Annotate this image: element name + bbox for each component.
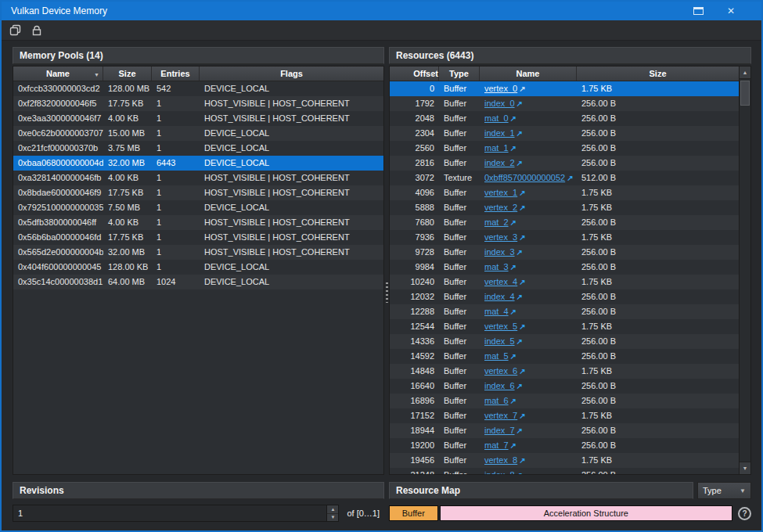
revision-input[interactable]: 1 — [13, 505, 326, 521]
resource-link[interactable]: vertex_3 — [484, 232, 517, 242]
external-link-icon[interactable]: ↗ — [519, 456, 525, 465]
resource-map-segment[interactable]: Buffer — [389, 505, 438, 521]
external-link-icon[interactable]: ↗ — [510, 263, 516, 271]
resource-row[interactable]: 18944 Buffer index_7↗ 256.00 B — [390, 423, 739, 438]
memory-pool-row[interactable]: 0xbaa068000000004d 32.00 MB 6443 DEVICE_… — [13, 156, 383, 171]
resource-link[interactable]: index_2 — [484, 158, 515, 167]
memory-pool-row[interactable]: 0xe0c62b0000003707 15.00 MB 1 DEVICE_LOC… — [13, 126, 383, 141]
resource-row[interactable]: 21248 Buffer index_8↗ 256.00 B — [390, 468, 739, 474]
resource-row[interactable]: 1792 Buffer index_0↗ 256.00 B — [390, 96, 739, 111]
scrollbar-track[interactable] — [740, 79, 750, 462]
resource-row[interactable]: 5888 Buffer vertex_2↗ 1.75 KB — [390, 200, 739, 215]
panel-splitter-handle[interactable] — [386, 282, 388, 303]
resource-row[interactable]: 14848 Buffer vertex_6↗ 1.75 KB — [390, 364, 739, 379]
column-header-size[interactable]: Size — [103, 66, 152, 81]
float-window-button[interactable] — [689, 2, 707, 20]
external-link-icon[interactable]: ↗ — [516, 159, 523, 167]
column-header-entries[interactable]: Entries — [152, 66, 200, 81]
resource-link[interactable]: index_1 — [484, 128, 515, 138]
resource-link[interactable]: vertex_8 — [484, 455, 517, 465]
external-link-icon[interactable]: ↗ — [516, 337, 523, 346]
external-link-icon[interactable]: ↗ — [510, 144, 516, 153]
external-link-icon[interactable]: ↗ — [519, 412, 525, 420]
column-header-type[interactable]: Type — [439, 66, 480, 81]
resource-row[interactable]: 9728 Buffer index_3↗ 256.00 B — [390, 245, 739, 260]
external-link-icon[interactable]: ↗ — [516, 426, 523, 435]
memory-pool-row[interactable]: 0xc21fcf000000370b 3.75 MB 1 DEVICE_LOCA… — [13, 141, 383, 156]
resource-link[interactable]: vertex_5 — [484, 322, 517, 331]
resource-link[interactable]: mat_5 — [484, 351, 509, 361]
external-link-icon[interactable]: ↗ — [510, 397, 516, 405]
scrollbar-thumb[interactable] — [740, 81, 750, 106]
resource-row[interactable]: 0 Buffer vertex_0↗ 1.75 KB — [390, 81, 739, 96]
external-link-icon[interactable]: ↗ — [519, 84, 525, 93]
resource-row[interactable]: 2816 Buffer index_2↗ 256.00 B — [390, 156, 739, 171]
column-header-flags[interactable]: Flags — [200, 66, 383, 81]
help-button[interactable]: ? — [738, 507, 751, 520]
resource-link[interactable]: index_5 — [484, 336, 515, 346]
resource-link[interactable]: mat_0 — [484, 113, 509, 123]
resource-row[interactable]: 12544 Buffer vertex_5↗ 1.75 KB — [390, 319, 739, 334]
memory-pool-row[interactable]: 0x35c14c00000038d1 64.00 MB 1024 DEVICE_… — [13, 275, 383, 289]
memory-pool-row[interactable]: 0xfccb330000003cd2 128.00 MB 542 DEVICE_… — [13, 81, 383, 96]
external-link-icon[interactable]: ↗ — [516, 99, 523, 108]
resource-row[interactable]: 7936 Buffer vertex_3↗ 1.75 KB — [390, 230, 739, 245]
external-link-icon[interactable]: ↗ — [510, 114, 516, 123]
resource-row[interactable]: 16640 Buffer index_6↗ 256.00 B — [390, 379, 739, 394]
memory-pool-row[interactable]: 0xa3281400000046fb 4.00 KB 1 HOST_VISIBL… — [13, 171, 383, 185]
external-link-icon[interactable]: ↗ — [516, 382, 523, 390]
scroll-down-button[interactable]: ▼ — [740, 462, 750, 474]
resource-row[interactable]: 10240 Buffer vertex_4↗ 1.75 KB — [390, 275, 739, 289]
external-link-icon[interactable]: ↗ — [519, 203, 525, 212]
external-link-icon[interactable]: ↗ — [516, 471, 523, 474]
resource-link[interactable]: vertex_4 — [484, 277, 517, 286]
memory-pool-row[interactable]: 0x565d2e000000004b 32.00 MB 1 HOST_VISIB… — [13, 245, 383, 260]
column-header-name[interactable]: Name ▼ — [13, 66, 103, 81]
resource-row[interactable]: 17152 Buffer vertex_7↗ 1.75 KB — [390, 408, 739, 423]
memory-pool-row[interactable]: 0x7925100000000035 7.50 MB 1 DEVICE_LOCA… — [13, 200, 383, 215]
resource-map-segment[interactable]: Acceleration Structure — [440, 505, 732, 521]
resource-link[interactable]: index_0 — [484, 99, 515, 108]
external-link-icon[interactable]: ↗ — [519, 233, 525, 242]
close-window-button[interactable]: ✕ — [722, 2, 740, 20]
copy-button[interactable] — [6, 22, 23, 39]
resource-row[interactable]: 4096 Buffer vertex_1↗ 1.75 KB — [390, 185, 739, 200]
external-link-icon[interactable]: ↗ — [516, 293, 523, 301]
external-link-icon[interactable]: ↗ — [516, 248, 523, 257]
resource-link[interactable]: index_4 — [484, 292, 515, 301]
resource-row[interactable]: 3072 Texture 0xbff8570000000052↗ 512.00 … — [390, 171, 739, 185]
memory-pool-row[interactable]: 0x56b6ba00000046fd 17.75 KB 1 HOST_VISIB… — [13, 230, 383, 245]
resource-row[interactable]: 19456 Buffer vertex_8↗ 1.75 KB — [390, 453, 739, 468]
memory-pool-row[interactable]: 0xf2f83200000046f5 17.75 KB 1 HOST_VISIB… — [13, 96, 383, 111]
column-header-offset[interactable]: Offset ▼ — [390, 66, 439, 81]
resource-link[interactable]: mat_6 — [484, 396, 509, 405]
external-link-icon[interactable]: ↗ — [519, 322, 525, 331]
resource-link[interactable]: mat_1 — [484, 143, 509, 153]
resource-row[interactable]: 14336 Buffer index_5↗ 256.00 B — [390, 334, 739, 349]
memory-pool-row[interactable]: 0x404f600000000045 128.00 KB 1 DEVICE_LO… — [13, 260, 383, 275]
resource-row[interactable]: 2304 Buffer index_1↗ 256.00 B — [390, 126, 739, 141]
resource-link[interactable]: vertex_7 — [484, 411, 517, 420]
resource-link[interactable]: vertex_0 — [484, 84, 517, 93]
resource-link[interactable]: vertex_1 — [484, 188, 517, 197]
resource-link[interactable]: mat_3 — [484, 262, 509, 271]
resource-link[interactable]: 0xbff8570000000052 — [484, 173, 565, 182]
resource-link[interactable]: index_7 — [484, 426, 515, 435]
external-link-icon[interactable]: ↗ — [519, 189, 525, 197]
external-link-icon[interactable]: ↗ — [510, 307, 516, 316]
resource-row[interactable]: 2048 Buffer mat_0↗ 256.00 B — [390, 111, 739, 126]
resource-link[interactable]: vertex_2 — [484, 203, 517, 212]
resource-row[interactable]: 19200 Buffer mat_7↗ 256.00 B — [390, 438, 739, 453]
resource-row[interactable]: 14592 Buffer mat_5↗ 256.00 B — [390, 349, 739, 364]
scroll-up-button[interactable]: ▲ — [740, 66, 750, 79]
resource-link[interactable]: mat_2 — [484, 217, 509, 227]
external-link-icon[interactable]: ↗ — [519, 278, 525, 286]
external-link-icon[interactable]: ↗ — [567, 174, 573, 182]
spin-down-button[interactable]: ▼ — [327, 514, 338, 522]
resource-link[interactable]: mat_4 — [484, 307, 509, 316]
revision-spinbox[interactable]: 1 ▲ ▼ — [13, 505, 339, 522]
vertical-scrollbar[interactable]: ▲ ▼ — [739, 66, 750, 474]
external-link-icon[interactable]: ↗ — [519, 367, 525, 376]
resource-row[interactable]: 12032 Buffer index_4↗ 256.00 B — [390, 289, 739, 304]
external-link-icon[interactable]: ↗ — [510, 352, 516, 361]
